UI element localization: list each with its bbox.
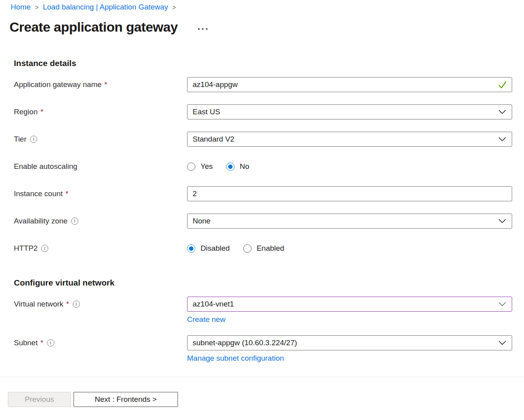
- region-label-cell: Region *: [14, 104, 187, 119]
- more-options-icon[interactable]: ···: [197, 21, 209, 34]
- virtual-network-control: az104-vnet1 Create new: [187, 297, 512, 324]
- radio-label: Yes: [201, 162, 213, 171]
- instance-count-control: [187, 186, 512, 201]
- http2-radio-enabled[interactable]: Enabled: [243, 244, 284, 253]
- instance-count-label: Instance count: [14, 189, 63, 198]
- subnet-select[interactable]: subnet-appgw (10.60.3.224/27): [187, 335, 512, 350]
- autoscaling-label-cell: Enable autoscaling: [14, 159, 187, 174]
- subnet-label-cell: Subnet * i: [14, 335, 187, 350]
- http2-radio-group: Disabled Enabled: [187, 241, 512, 256]
- radio-icon: [226, 163, 235, 171]
- tier-label-cell: Tier i: [14, 132, 187, 147]
- previous-button[interactable]: Previous: [8, 392, 71, 407]
- gateway-name-label: Application gateway name: [14, 80, 102, 89]
- section-heading-instance-details: Instance details: [14, 59, 524, 68]
- form-row-virtual-network: Virtual network * i az104-vnet1 Create n…: [14, 297, 512, 324]
- required-asterisk: *: [66, 300, 69, 308]
- create-new-vnet-link[interactable]: Create new: [187, 315, 225, 324]
- page-title: Create application gateway: [9, 19, 178, 35]
- info-icon[interactable]: i: [47, 339, 54, 346]
- subnet-value: subnet-appgw (10.60.3.224/27): [193, 339, 297, 347]
- footer-actions: Previous Next : Frontends >: [0, 377, 524, 407]
- region-select[interactable]: East US: [187, 104, 512, 119]
- required-asterisk: *: [104, 80, 107, 89]
- gateway-name-input[interactable]: [187, 77, 512, 92]
- form-row-subnet: Subnet * i subnet-appgw (10.60.3.224/27)…: [14, 335, 512, 363]
- http2-control: Disabled Enabled: [187, 241, 512, 256]
- availability-zone-label: Availability zone: [14, 217, 68, 225]
- breadcrumb-separator-icon: >: [172, 3, 176, 11]
- section-heading-configure-vnet: Configure virtual network: [14, 278, 524, 288]
- breadcrumb-separator-icon: >: [35, 3, 39, 11]
- virtual-network-value: az104-vnet1: [193, 300, 234, 308]
- required-asterisk: *: [40, 339, 43, 347]
- radio-icon: [243, 244, 252, 253]
- breadcrumb: Home > Load balancing | Application Gate…: [0, 0, 524, 11]
- virtual-network-label: Virtual network: [14, 300, 63, 308]
- form-row-availability-zone: Availability zone i None: [14, 214, 512, 229]
- form-row-instance-count: Instance count *: [14, 186, 512, 201]
- http2-radio-disabled[interactable]: Disabled: [187, 244, 230, 253]
- form-row-http2: HTTP2 i Disabled Enabled: [14, 241, 512, 256]
- radio-label: Disabled: [201, 244, 230, 253]
- subnet-label: Subnet: [14, 339, 38, 347]
- http2-label: HTTP2: [14, 244, 38, 253]
- form-row-region: Region * East US: [14, 104, 512, 119]
- radio-label: Enabled: [257, 244, 284, 253]
- form-row-gateway-name: Application gateway name *: [14, 77, 512, 92]
- radio-icon: [187, 163, 195, 171]
- region-label: Region: [14, 108, 38, 116]
- gateway-name-control: [187, 77, 512, 92]
- tier-label: Tier: [14, 135, 26, 144]
- radio-label: No: [240, 162, 249, 171]
- form-row-autoscaling: Enable autoscaling Yes No: [14, 159, 512, 174]
- availability-zone-value: None: [193, 217, 210, 225]
- region-value: East US: [193, 108, 220, 116]
- tier-select[interactable]: Standard V2: [187, 132, 512, 147]
- breadcrumb-home-link[interactable]: Home: [11, 3, 31, 11]
- info-icon[interactable]: i: [30, 136, 37, 143]
- page-header: Create application gateway ···: [0, 19, 524, 35]
- required-asterisk: *: [40, 108, 43, 116]
- required-asterisk: *: [66, 189, 68, 198]
- subnet-control: subnet-appgw (10.60.3.224/27) Manage sub…: [187, 335, 512, 363]
- next-frontends-button[interactable]: Next : Frontends >: [74, 392, 178, 407]
- tier-value: Standard V2: [193, 135, 235, 144]
- autoscaling-label: Enable autoscaling: [14, 162, 78, 171]
- autoscaling-radio-no[interactable]: No: [226, 162, 249, 171]
- instance-count-label-cell: Instance count *: [14, 186, 187, 201]
- availability-zone-select[interactable]: None: [187, 214, 512, 229]
- radio-icon: [187, 244, 195, 253]
- availability-zone-label-cell: Availability zone i: [14, 214, 187, 229]
- http2-label-cell: HTTP2 i: [14, 241, 187, 256]
- breadcrumb-load-balancing-link[interactable]: Load balancing | Application Gateway: [43, 3, 168, 11]
- info-icon[interactable]: i: [71, 218, 78, 225]
- instance-count-input[interactable]: [187, 186, 512, 201]
- manage-subnet-configuration-link[interactable]: Manage subnet configuration: [187, 354, 284, 363]
- autoscaling-control: Yes No: [187, 159, 512, 174]
- autoscaling-radio-group: Yes No: [187, 159, 512, 174]
- virtual-network-label-cell: Virtual network * i: [14, 297, 187, 312]
- info-icon[interactable]: i: [41, 245, 48, 252]
- form-row-tier: Tier i Standard V2: [14, 132, 512, 147]
- tier-control: Standard V2: [187, 132, 512, 147]
- availability-zone-control: None: [187, 214, 512, 229]
- virtual-network-select[interactable]: az104-vnet1: [187, 297, 512, 312]
- gateway-name-label-cell: Application gateway name *: [14, 77, 187, 92]
- info-icon[interactable]: i: [73, 301, 80, 308]
- autoscaling-radio-yes[interactable]: Yes: [187, 162, 213, 171]
- region-control: East US: [187, 104, 512, 119]
